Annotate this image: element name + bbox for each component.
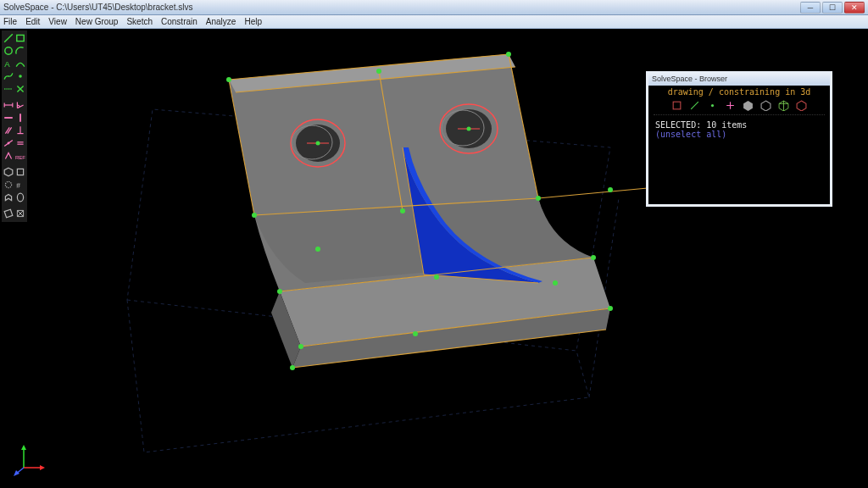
svg-line-18 bbox=[4, 140, 13, 146]
svg-point-53 bbox=[553, 280, 558, 286]
normals-icon[interactable] bbox=[689, 100, 700, 111]
browser-window[interactable]: SolveSpace - Browser drawing / constrain… bbox=[646, 71, 832, 207]
svg-point-41 bbox=[252, 213, 257, 218]
text-tool[interactable]: A bbox=[3, 58, 14, 69]
menu-edit[interactable]: Edit bbox=[25, 17, 40, 26]
line-tool[interactable] bbox=[3, 32, 14, 43]
svg-point-47 bbox=[315, 247, 320, 252]
svg-point-38 bbox=[226, 77, 231, 82]
toolbar: A REF # bbox=[2, 30, 27, 222]
split-tool[interactable] bbox=[15, 83, 25, 94]
mesh-icon[interactable] bbox=[796, 100, 807, 111]
selected-count: 10 items bbox=[706, 120, 747, 130]
coincident-con[interactable] bbox=[3, 137, 14, 148]
svg-point-25 bbox=[17, 193, 23, 202]
construction-tool[interactable] bbox=[3, 83, 14, 94]
sketch-in-plane[interactable] bbox=[3, 208, 14, 219]
dim-units[interactable]: # bbox=[15, 179, 25, 190]
titlebar: SolveSpace - C:\Users\UT45\Desktop\brack… bbox=[0, 0, 868, 15]
horizontal-con[interactable] bbox=[3, 112, 14, 123]
lathe-tool[interactable] bbox=[15, 191, 25, 202]
workplane-icon[interactable] bbox=[671, 100, 682, 111]
svg-point-54 bbox=[290, 365, 295, 370]
browser-header: drawing / constraining in 3d bbox=[648, 86, 830, 98]
bezier-tool[interactable] bbox=[3, 70, 14, 81]
angle-dim[interactable] bbox=[15, 99, 25, 110]
circle-tool[interactable] bbox=[3, 45, 14, 56]
arc-tool[interactable] bbox=[15, 45, 25, 56]
faces-icon[interactable] bbox=[760, 100, 771, 111]
distance-dim[interactable] bbox=[3, 99, 14, 110]
menu-constrain[interactable]: Constrain bbox=[161, 17, 198, 26]
browser-body: SELECTED: 10 items (unselect all) bbox=[648, 115, 830, 144]
points-icon[interactable] bbox=[707, 100, 718, 111]
svg-point-2 bbox=[5, 47, 12, 53]
vertical-con[interactable] bbox=[15, 112, 25, 123]
svg-rect-1 bbox=[17, 35, 24, 41]
same-orientation-con[interactable] bbox=[3, 150, 14, 161]
svg-line-62 bbox=[691, 102, 698, 109]
minimize-button[interactable]: ─ bbox=[800, 2, 821, 14]
point-tool[interactable] bbox=[15, 70, 25, 81]
menu-sketch[interactable]: Sketch bbox=[126, 17, 153, 26]
window-controls: ─ ☐ ✕ bbox=[800, 2, 865, 14]
rectangle-tool[interactable] bbox=[15, 32, 25, 43]
svg-point-40 bbox=[506, 52, 511, 57]
svg-marker-56 bbox=[21, 445, 26, 450]
show-hidden[interactable] bbox=[3, 179, 14, 190]
svg-point-63 bbox=[711, 104, 714, 107]
browser-icon-row bbox=[654, 98, 825, 115]
edges-icon[interactable] bbox=[778, 100, 789, 111]
unselect-all-link[interactable]: (unselect all) bbox=[655, 130, 823, 139]
svg-text:A: A bbox=[4, 58, 10, 68]
close-button[interactable]: ✕ bbox=[844, 2, 865, 14]
equal-con[interactable] bbox=[15, 137, 25, 148]
svg-line-0 bbox=[4, 34, 13, 42]
constraints-icon[interactable] bbox=[725, 100, 736, 111]
svg-point-49 bbox=[591, 255, 596, 260]
svg-point-51 bbox=[413, 331, 418, 336]
menu-help[interactable]: Help bbox=[244, 17, 262, 26]
browser-title: SolveSpace - Browser bbox=[648, 74, 830, 86]
svg-text:REF: REF bbox=[15, 154, 25, 159]
svg-point-52 bbox=[608, 306, 613, 311]
svg-point-37 bbox=[467, 127, 471, 131]
svg-point-42 bbox=[400, 208, 405, 214]
svg-point-23 bbox=[5, 181, 11, 187]
svg-rect-61 bbox=[673, 102, 681, 109]
extrude-tool[interactable] bbox=[3, 191, 14, 202]
menubar: File Edit View New Group Sketch Constrai… bbox=[0, 15, 868, 29]
selected-line: SELECTED: 10 items bbox=[655, 120, 823, 130]
maximize-button[interactable]: ☐ bbox=[822, 2, 843, 14]
sketch-in-3d[interactable] bbox=[15, 208, 25, 219]
svg-rect-22 bbox=[17, 169, 23, 175]
menu-analyze[interactable]: Analyze bbox=[206, 17, 236, 26]
parallel-con[interactable] bbox=[3, 125, 14, 136]
perpendicular-con[interactable] bbox=[15, 125, 25, 136]
window-title: SolveSpace - C:\Users\UT45\Desktop\brack… bbox=[3, 3, 800, 12]
svg-point-48 bbox=[434, 274, 439, 280]
tangent-arc-tool[interactable] bbox=[15, 58, 25, 69]
axis-gizmo bbox=[12, 442, 46, 476]
nearest-iso[interactable] bbox=[3, 166, 14, 177]
svg-point-50 bbox=[298, 344, 303, 349]
svg-text:#: # bbox=[16, 180, 20, 189]
svg-point-4 bbox=[19, 75, 22, 78]
svg-point-43 bbox=[536, 196, 541, 201]
svg-point-39 bbox=[376, 69, 381, 74]
menu-view[interactable]: View bbox=[48, 17, 67, 26]
ref-dim[interactable]: REF bbox=[15, 150, 25, 161]
shaded-icon[interactable] bbox=[743, 100, 754, 111]
menu-file[interactable]: File bbox=[3, 17, 17, 26]
selected-label: SELECTED: bbox=[655, 120, 701, 130]
svg-marker-58 bbox=[40, 465, 45, 470]
svg-point-46 bbox=[277, 289, 282, 294]
svg-point-32 bbox=[316, 141, 320, 146]
nearest-ortho[interactable] bbox=[15, 166, 25, 177]
svg-point-44 bbox=[608, 187, 613, 192]
menu-new-group[interactable]: New Group bbox=[75, 17, 119, 26]
